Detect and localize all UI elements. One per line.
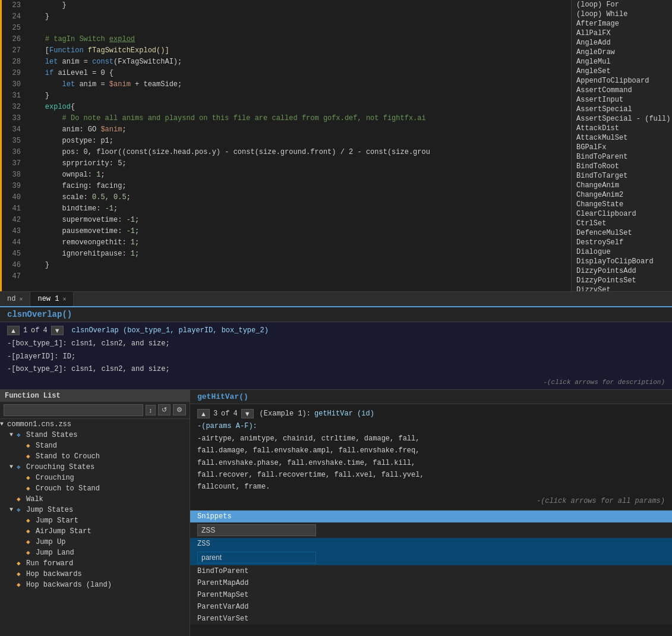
tree-item[interactable]: ◆Jump Start bbox=[0, 515, 190, 526]
line-content bbox=[26, 271, 571, 282]
line-number: 28 bbox=[2, 56, 26, 68]
tab-nd-close[interactable]: ✕ bbox=[19, 295, 23, 303]
settings-icon-btn[interactable]: ⚙ bbox=[173, 404, 186, 415]
autocomplete-item[interactable]: DizzySet bbox=[572, 285, 672, 291]
sort-icon-btn[interactable]: ↕ bbox=[146, 405, 156, 415]
code-line: 39 facing: facing; bbox=[2, 181, 571, 192]
tree-item[interactable]: ▼common1.cns.zss bbox=[0, 419, 190, 430]
tree-item[interactable]: ◆Stand to Crouch bbox=[0, 451, 190, 462]
tree-item-label: Jump Up bbox=[36, 538, 65, 546]
snippet-item[interactable]: BindToParent bbox=[190, 565, 672, 577]
tab-nd[interactable]: nd ✕ bbox=[0, 292, 30, 306]
tree-item[interactable]: ◆Hop backwards bbox=[0, 569, 190, 580]
code-line: 38 ownpal: 1; bbox=[2, 169, 571, 181]
function-list-header: Function List bbox=[0, 390, 190, 402]
autocomplete-item[interactable]: DisplayToClipBoard bbox=[572, 257, 672, 266]
refresh-icon-btn[interactable]: ↺ bbox=[158, 404, 171, 415]
line-number: 29 bbox=[2, 68, 26, 79]
autocomplete-item[interactable]: DizzyPointsSet bbox=[572, 276, 672, 285]
autocomplete-item[interactable]: ClearClipboard bbox=[572, 209, 672, 219]
autocomplete-item[interactable]: AppendToClipboard bbox=[572, 76, 672, 86]
autocomplete-item[interactable]: AssertInput bbox=[572, 95, 672, 105]
tree-item[interactable]: ◆Walk bbox=[0, 494, 190, 505]
code-line: 32 explod{ bbox=[2, 102, 571, 113]
snippet-parent-input[interactable] bbox=[197, 552, 316, 563]
tree-group-arrow: ▼ bbox=[10, 432, 17, 438]
autocomplete-item[interactable]: AngleMul bbox=[572, 57, 672, 67]
snippets-area: Snippets ZSS BindToParentParentMapAddPar… bbox=[190, 510, 672, 625]
tree-item[interactable]: ▼❖Stand States bbox=[0, 430, 190, 440]
tab-new1[interactable]: new 1 ✕ bbox=[30, 292, 74, 306]
tree-item[interactable]: ▼❖Jump States bbox=[0, 505, 190, 515]
tree-group-label: Jump States bbox=[26, 506, 73, 514]
line-number: 44 bbox=[2, 237, 26, 248]
autocomplete-item[interactable]: AngleAdd bbox=[572, 38, 672, 48]
autocomplete-item[interactable]: AllPalFX bbox=[572, 29, 672, 38]
autocomplete-item[interactable]: (loop) For bbox=[572, 0, 672, 10]
autocomplete-item[interactable]: AfterImage bbox=[572, 19, 672, 29]
gethitvar-prev-btn[interactable]: ▲ bbox=[197, 409, 210, 418]
tree-item[interactable]: ◆Crouching bbox=[0, 473, 190, 483]
line-content: let anim = $anim + teamSide; bbox=[26, 79, 571, 90]
snippet-zss-input[interactable] bbox=[197, 524, 316, 536]
tree-item[interactable]: ◆AirJump Start bbox=[0, 526, 190, 537]
tab-new1-close[interactable]: ✕ bbox=[62, 295, 66, 303]
autocomplete-item[interactable]: AssertSpecial - (full) bbox=[572, 114, 672, 124]
autocomplete-item[interactable]: DefenceMulSet bbox=[572, 228, 672, 238]
search-input[interactable] bbox=[4, 404, 143, 416]
autocomplete-item[interactable]: AssertSpecial bbox=[572, 105, 672, 114]
tree-item[interactable]: ◆Jump Up bbox=[0, 537, 190, 547]
tab-nd-label: nd bbox=[7, 295, 15, 303]
gethitvar-next-btn[interactable]: ▼ bbox=[241, 409, 254, 418]
search-bar: ↕ ↺ ⚙ bbox=[0, 402, 190, 419]
code-editor[interactable]: 23 }24 }2526 # tagIn Switch explod27 [Fu… bbox=[0, 0, 571, 291]
line-content bbox=[26, 23, 571, 34]
autocomplete-item[interactable]: DestroySelf bbox=[572, 238, 672, 247]
tree-item[interactable]: ◆Stand bbox=[0, 440, 190, 451]
clsn-signature: clsnOverlap (box_type_1, playerID, box_t… bbox=[72, 326, 269, 335]
snippet-item[interactable]: ParentMapAdd bbox=[190, 577, 672, 589]
autocomplete-item[interactable]: AngleSet bbox=[572, 67, 672, 76]
clsn-title: clsnOverlap() bbox=[7, 310, 72, 319]
autocomplete-item[interactable]: ChangeAnim bbox=[572, 181, 672, 190]
clsn-hint: -(click arrows for description) bbox=[7, 379, 665, 386]
tree-item[interactable]: ▼❖Crouching States bbox=[0, 462, 190, 473]
autocomplete-item[interactable]: ChangeAnim2 bbox=[572, 190, 672, 200]
clsn-body: ▲ 1 of 4 ▼ clsnOverlap (box_type_1, play… bbox=[0, 322, 672, 389]
autocomplete-item[interactable]: AssertCommand bbox=[572, 86, 672, 95]
clsn-prev-btn[interactable]: ▲ bbox=[7, 326, 20, 335]
autocomplete-item[interactable]: CtrlSet bbox=[572, 219, 672, 228]
snippet-item[interactable]: ParentVarSet bbox=[190, 613, 672, 625]
tree-item[interactable]: ◆Run forward bbox=[0, 558, 190, 569]
snippets-header[interactable]: Snippets bbox=[190, 511, 672, 522]
tree-item[interactable]: ◆Jump Land bbox=[0, 547, 190, 558]
autocomplete-item[interactable]: AttackMulSet bbox=[572, 133, 672, 143]
code-line: 36 pos: 0, floor((const(size.head.pos.y)… bbox=[2, 147, 571, 158]
autocomplete-item[interactable]: ChangeState bbox=[572, 200, 672, 209]
autocomplete-item[interactable]: Dialogue bbox=[572, 247, 672, 257]
line-number: 40 bbox=[2, 192, 26, 203]
autocomplete-item[interactable]: BindToTarget bbox=[572, 171, 672, 181]
autocomplete-item[interactable]: AngleDraw bbox=[572, 48, 672, 57]
snippet-item-zss[interactable]: ZSS bbox=[190, 538, 672, 550]
gethitvar-nav-of: of bbox=[221, 410, 229, 418]
line-content: scale: 0.5, 0.5; bbox=[26, 192, 571, 203]
snippet-item[interactable]: ParentVarAdd bbox=[190, 601, 672, 613]
tree-item[interactable]: ◆Crouch to Stand bbox=[0, 483, 190, 494]
tree-item[interactable]: ◆Hop backwards (land) bbox=[0, 580, 190, 590]
autocomplete-item[interactable]: BGPalFx bbox=[572, 143, 672, 152]
clsn-next-btn[interactable]: ▼ bbox=[51, 326, 64, 335]
tree-group-arrow: ▼ bbox=[10, 464, 17, 470]
autocomplete-item[interactable]: DizzyPointsAdd bbox=[572, 266, 672, 276]
line-number: 38 bbox=[2, 169, 26, 181]
autocomplete-item[interactable]: BindToRoot bbox=[572, 162, 672, 171]
gethitvar-params: -airtype, animtype, chainid, ctrltime, d… bbox=[197, 433, 665, 493]
autocomplete-item[interactable]: (loop) While bbox=[572, 10, 672, 19]
line-number: 46 bbox=[2, 260, 26, 271]
autocomplete-item[interactable]: AttackDist bbox=[572, 124, 672, 133]
line-content: removeongethit: 1; bbox=[26, 237, 571, 248]
function-tree: ▼common1.cns.zss▼❖Stand States◆Stand◆Sta… bbox=[0, 419, 190, 636]
autocomplete-item[interactable]: BindToParent bbox=[572, 152, 672, 162]
autocomplete-sidebar: (loop) For(loop) WhileAfterImageAllPalFX… bbox=[571, 0, 672, 291]
snippet-item[interactable]: ParentMapSet bbox=[190, 589, 672, 601]
